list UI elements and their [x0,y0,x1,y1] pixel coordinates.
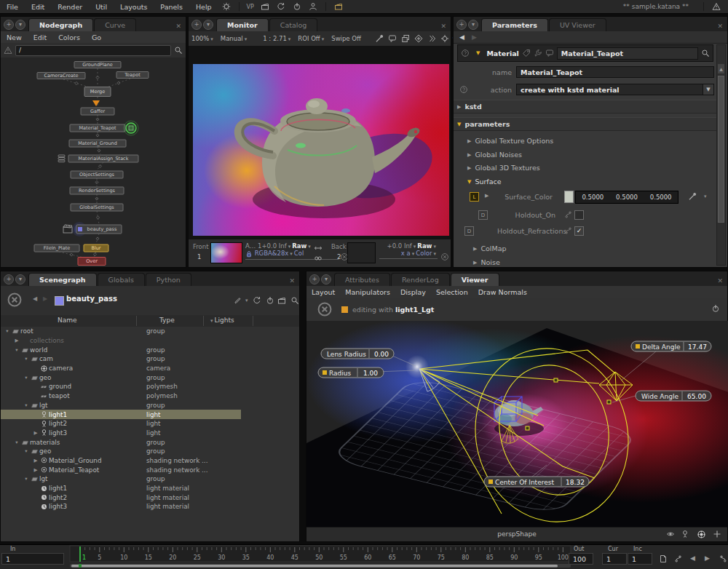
chevron-down-icon[interactable]: ▾ [704,194,707,199]
link-icon[interactable] [314,254,323,263]
panel-split-icon[interactable]: + [4,274,14,284]
front-thumbnail[interactable] [210,242,242,263]
panel-menu-icon[interactable]: ▾ [15,20,25,30]
refresh-icon[interactable] [277,2,285,11]
expander-icon[interactable]: ▾ [23,402,30,408]
chevron-down-icon[interactable]: ▾ [245,298,248,303]
menu-file[interactable]: File [0,3,25,11]
front-info[interactable]: A… 1+0.0 Inf▾Raw▾ RGBA&28x▾Col [245,242,339,260]
update-mode-select[interactable]: Manual▾ [218,35,251,42]
vp-toggle[interactable]: VP [247,4,254,10]
settings-gear-icon[interactable] [222,2,231,11]
node-Over[interactable]: Over [78,258,106,266]
panel-split-icon[interactable]: + [4,20,14,30]
key-next-icon[interactable] [719,554,727,563]
panel-close-icon[interactable]: ✕ [713,21,727,31]
tab-nodegraph[interactable]: Nodegraph [28,18,93,31]
clear-scenegraph-icon[interactable] [7,292,23,308]
expander-icon[interactable]: ▾ [23,375,30,381]
power-icon[interactable] [293,2,301,11]
lock-icon[interactable] [245,250,253,258]
parameters-group[interactable]: ▼parameters [454,117,719,131]
forward-icon[interactable]: ▶ [43,295,47,302]
key-prev-icon[interactable] [674,554,683,563]
tab-parameters[interactable]: Parameters [481,18,548,31]
tab-python[interactable]: Python [146,273,191,286]
scenegraph-row-lgt[interactable]: ▾lgtgroup [1,474,299,484]
tab-attributes[interactable]: Attributes [334,273,390,286]
scenegraph-row-light3[interactable]: ▶light3light [1,429,299,438]
panel-split-icon[interactable]: + [309,274,320,284]
viewer-menu-selection[interactable]: Selection [431,288,473,296]
panel-menu-icon[interactable]: ▾ [203,20,213,30]
scrollbar-thumb[interactable] [718,76,724,223]
render-image[interactable] [193,64,449,236]
scenegraph-row-root[interactable]: ▾rootgroup [1,327,299,336]
expander-icon[interactable]: ▾ [23,356,30,362]
warning-icon[interactable] [712,2,721,11]
panel-close-icon[interactable]: ✕ [436,21,451,31]
expander-icon[interactable]: ▶ [32,430,39,436]
expander-icon[interactable]: ▶ [32,458,39,463]
comment-icon[interactable] [388,34,397,43]
node-RenderSettings[interactable]: RenderSettings [70,187,124,194]
nodegraph-menu-edit[interactable]: Edit [28,33,52,41]
next-frame-icon[interactable]: ▶ [705,554,710,562]
expander-icon[interactable]: ▾ [13,439,20,445]
node-Material_Ground[interactable]: Material_Ground [69,140,126,147]
group-colmap[interactable]: ▶ColMap [454,242,728,255]
panel-split-icon[interactable]: + [456,20,467,30]
scenegraph-row-geo[interactable]: ▾geogroup [1,447,299,456]
column-name[interactable]: Name [58,317,77,324]
render-slate-icon[interactable] [277,296,286,305]
node-beauty_pass[interactable]: beauty_pass [63,222,122,236]
refresh-icon[interactable] [253,296,261,305]
nodegraph-menu-go[interactable]: Go [86,33,107,41]
tab-renderlog[interactable]: RenderLog [391,273,450,286]
nodegraph-path-input[interactable] [15,45,171,56]
back-info[interactable]: +0.0 Inf▾Raw▾ x a▾Color▾ [379,242,438,259]
scenegraph-row-light3[interactable]: light3light material [1,502,299,512]
node-ObjectSettings[interactable]: ObjectSettings [71,171,123,178]
viewer-menu-layout[interactable]: Layout [306,288,340,296]
help-icon[interactable] [461,49,470,57]
holdout-on-checkbox[interactable] [574,210,584,220]
search-icon[interactable] [701,49,710,57]
expander-icon[interactable]: ▾ [4,328,11,334]
compare-icon[interactable] [427,34,436,43]
tab-monitor[interactable]: Monitor [216,18,269,31]
nodegraph-menu-colors[interactable]: Colors [52,33,86,41]
tab-uv-viewer[interactable]: UV Viewer [549,18,606,31]
panel-close-icon[interactable]: ✕ [171,21,186,31]
expander-icon[interactable]: ▶ [485,193,488,199]
nodegraph-canvas[interactable]: GroundPlaneCameraCreateTeapotMergeGaffer… [1,57,186,267]
scenegraph-row-materials[interactable]: ▾materialsgroup [1,437,299,447]
node-Teapot[interactable]: Teapot [116,72,149,79]
monitor-canvas[interactable] [189,46,451,241]
keyframe-icon[interactable] [564,210,573,219]
scenegraph-row-Material_Teapot[interactable]: ▶Material_Teapotshading network ... [1,465,299,474]
camera-name[interactable]: perspShape [306,530,727,538]
node-CameraCreate[interactable]: CameraCreate [37,73,85,79]
expander-icon[interactable]: ▾ [23,476,30,482]
viewer-menu-manipulators[interactable]: Manipulators [340,288,395,296]
eyedropper-icon[interactable] [688,192,697,201]
expander-icon[interactable]: ▶ [32,467,39,473]
add-icon[interactable] [713,530,721,538]
group-surface[interactable]: ▼Surface [454,175,728,188]
panel-menu-icon[interactable]: ▾ [321,274,331,284]
nodegraph-menu-new[interactable]: New [1,33,28,41]
pan-icon[interactable] [414,34,423,43]
tab-globals[interactable]: Globals [98,273,145,286]
expander-icon[interactable]: ▾ [23,448,30,454]
flipbook-icon[interactable] [659,554,668,563]
history-back-icon[interactable]: ◀ [459,33,464,41]
clear-edit-icon[interactable] [317,301,333,317]
node-Blur[interactable]: Blur [84,244,108,252]
scenegraph-row-geo[interactable]: ▾geogroup [1,373,299,382]
menu-util[interactable]: Util [89,3,114,11]
light-icon[interactable] [681,530,689,538]
prev-frame-icon[interactable]: ◀ [690,554,695,562]
menu-render[interactable]: Render [51,3,89,11]
kstd-group[interactable]: ▶kstd [454,100,719,114]
